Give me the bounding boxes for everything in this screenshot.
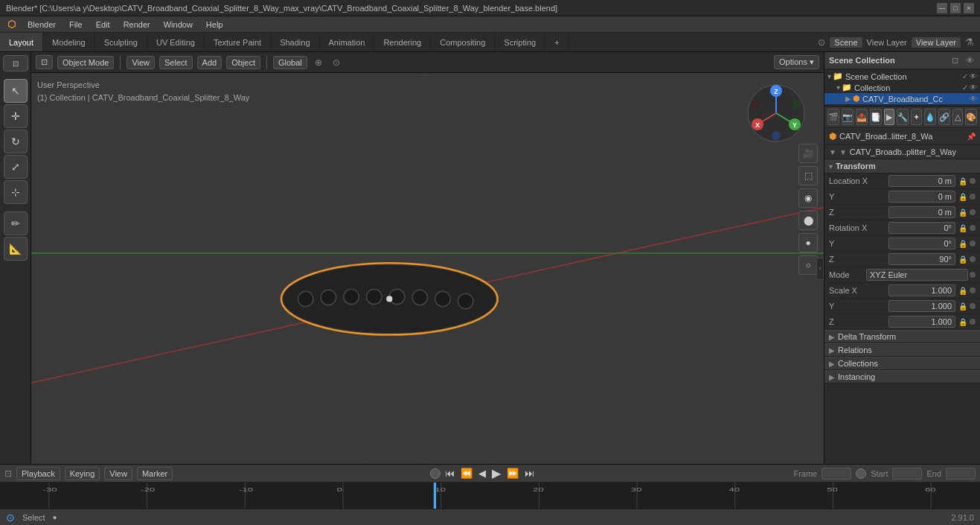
maximize-button[interactable]: □	[950, 3, 961, 13]
tab-scripting[interactable]: Scripting	[495, 33, 545, 51]
tab-rendering[interactable]: Rendering	[374, 33, 431, 51]
render-mode-btn[interactable]: ◉	[798, 188, 818, 208]
viewport-mode-btn[interactable]: ⊡	[36, 55, 53, 69]
location-x-lock[interactable]: 🔒	[958, 177, 968, 185]
scale-y-lock[interactable]: 🔒	[958, 302, 968, 311]
scale-tool[interactable]: ⤢	[4, 155, 28, 179]
collection-eye[interactable]: 👁	[970, 83, 977, 92]
pin-icon[interactable]: 📌	[967, 133, 976, 141]
tab-layout[interactable]: Layout	[0, 33, 43, 51]
mode-selector[interactable]: ⊡	[3, 55, 28, 71]
mode-dot[interactable]	[970, 272, 976, 278]
render-props-btn[interactable]: 📷	[842, 109, 854, 125]
view-layer-value[interactable]: View Layer	[912, 37, 961, 48]
tab-shading[interactable]: Shading	[271, 33, 319, 51]
outliner-item-scene-collection[interactable]: ▾ 📁 Scene Collection ✓ 👁	[824, 71, 980, 82]
snap-icon[interactable]: ⊕	[312, 57, 325, 68]
select-menu-btn[interactable]: Select	[159, 56, 193, 69]
select-tool[interactable]: ↖	[4, 79, 28, 103]
modifier-props-btn[interactable]: 🔧	[897, 109, 909, 125]
menu-item-blender[interactable]: Blender	[22, 19, 62, 31]
annotate-tool[interactable]: ✏	[4, 211, 28, 235]
marker-btn[interactable]: Marker	[137, 467, 173, 480]
location-y-value[interactable]: 0 m	[888, 191, 955, 203]
blender-logo[interactable]: ⬡	[3, 19, 20, 30]
jump-end-btn[interactable]: ⏭	[523, 467, 536, 480]
object-mode-dropdown[interactable]: Object Mode	[57, 56, 114, 69]
location-z-lock[interactable]: 🔒	[958, 209, 968, 217]
rotation-z-lock[interactable]: 🔒	[958, 255, 968, 264]
end-frame-input[interactable]: 250	[946, 468, 976, 480]
sidebar-toggle[interactable]: ‹	[816, 258, 824, 280]
minimize-button[interactable]: —	[937, 3, 947, 13]
rotation-y-value[interactable]: 0°	[888, 238, 955, 249]
constraints-props-btn[interactable]: 🔗	[938, 109, 950, 125]
mesh-dropdown[interactable]: ▼	[839, 148, 847, 156]
rotation-z-value[interactable]: 90°	[888, 253, 955, 265]
options-btn[interactable]: Options ▾	[774, 55, 819, 69]
location-x-dot[interactable]	[970, 178, 976, 184]
play-btn[interactable]: ▶	[490, 465, 502, 481]
location-z-value[interactable]: 0 m	[888, 206, 955, 218]
outliner-item-catv[interactable]: ▶ ⬢ CATV_Broadband_Cc 👁	[824, 93, 980, 104]
timeline-cache-btn[interactable]	[430, 468, 441, 479]
proportional-icon[interactable]: ⊙	[330, 57, 343, 68]
rotate-tool[interactable]: ↻	[4, 130, 28, 153]
global-dropdown[interactable]: Global	[273, 56, 307, 69]
scale-x-value[interactable]: 1.000	[888, 284, 955, 296]
scene-collection-visibility[interactable]: ✓	[962, 72, 968, 80]
view-menu-btn[interactable]: View	[126, 56, 155, 69]
solid-btn[interactable]: ●	[798, 233, 818, 252]
keying-btn[interactable]: Keying	[65, 467, 100, 480]
tab-uv-editing[interactable]: UV Editing	[147, 33, 205, 51]
rotation-x-lock[interactable]: 🔒	[958, 224, 968, 232]
current-frame-input[interactable]: 1	[822, 468, 851, 480]
scene-props-btn[interactable]: 🎬	[827, 109, 839, 125]
material-btn[interactable]: ⬤	[798, 211, 818, 230]
scale-y-dot[interactable]	[970, 303, 976, 309]
physics-props-btn[interactable]: 💧	[924, 109, 936, 125]
filter-icon[interactable]: ⚗	[965, 36, 974, 48]
step-forward-btn[interactable]: ⏩	[505, 467, 520, 480]
jump-start-btn[interactable]: ⏮	[443, 467, 456, 480]
outliner-visibility-btn[interactable]: 👁	[964, 54, 976, 66]
collection-check[interactable]: ✓	[962, 83, 968, 92]
timeline-body[interactable]: -30 -20 -10 0 10 20 30 40 50 60	[0, 483, 980, 509]
menu-item-file[interactable]: File	[63, 19, 89, 31]
camera-view-btn[interactable]: ⬚	[798, 166, 818, 185]
play-reverse-btn[interactable]: ◀	[477, 467, 487, 480]
material-props-btn[interactable]: 🎨	[965, 109, 977, 125]
tab-animation[interactable]: Animation	[320, 33, 375, 51]
transform-tool[interactable]: ⊹	[4, 180, 28, 204]
tab-texture-paint[interactable]: Texture Paint	[205, 33, 271, 51]
output-props-btn[interactable]: 📤	[856, 109, 868, 125]
transform-section-header[interactable]: ▾ Transform	[824, 159, 980, 174]
scale-z-lock[interactable]: 🔒	[958, 318, 968, 326]
tab-sculpting[interactable]: Sculpting	[95, 33, 147, 51]
camera-gizmo-btn[interactable]: 🎥	[798, 144, 818, 163]
view-btn[interactable]: View	[104, 467, 132, 480]
location-y-dot[interactable]	[970, 194, 976, 200]
instancing-section[interactable]: ▶ Instancing	[824, 370, 980, 384]
tab-modeling[interactable]: Modeling	[43, 33, 95, 51]
rotation-y-dot[interactable]	[970, 241, 976, 246]
rotation-x-dot[interactable]	[970, 225, 976, 231]
view-layer-props-btn[interactable]: 📑	[870, 109, 882, 125]
object-menu-btn[interactable]: Object	[226, 56, 260, 69]
title-bar-controls[interactable]: — □ ×	[937, 3, 974, 13]
cache-indicator[interactable]	[856, 468, 866, 479]
move-tool[interactable]: ✛	[4, 104, 28, 128]
measure-tool[interactable]: 📐	[4, 237, 28, 261]
close-button[interactable]: ×	[964, 3, 974, 13]
collections-section[interactable]: ▶ Collections	[824, 357, 980, 370]
tab-add[interactable]: +	[545, 33, 569, 51]
rotation-z-dot[interactable]	[970, 256, 976, 262]
location-z-dot[interactable]	[970, 209, 976, 215]
scene-collection-eye[interactable]: 👁	[970, 72, 977, 80]
scale-y-value[interactable]: 1.000	[888, 300, 955, 312]
menu-item-render[interactable]: Render	[118, 19, 156, 31]
menu-item-edit[interactable]: Edit	[90, 19, 116, 31]
location-x-value[interactable]: 0 m	[888, 175, 955, 187]
scale-z-value[interactable]: 1.000	[888, 316, 955, 328]
wireframe-btn[interactable]: ○	[798, 255, 818, 275]
